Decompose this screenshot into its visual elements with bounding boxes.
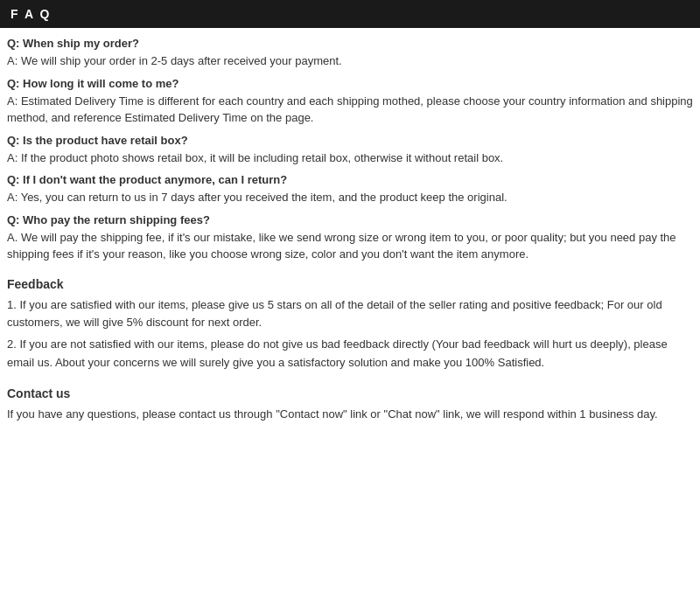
- question-5: Q: Who pay the return shipping fees?: [7, 213, 693, 226]
- faq-section: Q: When ship my order? A: We will ship y…: [7, 37, 693, 263]
- qa-item-2: Q: How long it will come to me? A: Estim…: [7, 77, 693, 127]
- answer-4: A: Yes, you can return to us in 7 days a…: [7, 189, 693, 206]
- contact-text: If you have any questions, please contac…: [7, 406, 693, 424]
- answer-3: A: If the product photo shows retail box…: [7, 150, 693, 167]
- contact-title: Contact us: [7, 386, 693, 400]
- qa-item-1: Q: When ship my order? A: We will ship y…: [7, 37, 693, 70]
- main-content: Q: When ship my order? A: We will ship y…: [0, 37, 700, 423]
- question-1: Q: When ship my order?: [7, 37, 693, 50]
- feedback-point-1: 1. If you are satisfied with our items, …: [7, 296, 693, 333]
- contact-section: Contact us If you have any questions, pl…: [7, 386, 693, 424]
- faq-title: F A Q: [10, 7, 51, 21]
- question-2: Q: How long it will come to me?: [7, 77, 693, 90]
- faq-header: F A Q: [0, 0, 700, 28]
- feedback-title: Feedback: [7, 277, 693, 291]
- qa-item-3: Q: Is the product have retail box? A: If…: [7, 134, 693, 167]
- question-4: Q: If I don't want the product anymore, …: [7, 173, 693, 186]
- qa-item-4: Q: If I don't want the product anymore, …: [7, 173, 693, 206]
- qa-item-5: Q: Who pay the return shipping fees? A. …: [7, 213, 693, 263]
- answer-2: A: Estimated Delivery Time is different …: [7, 93, 693, 127]
- answer-1: A: We will ship your order in 2-5 days a…: [7, 52, 693, 70]
- answer-5: A. We will pay the shipping fee, if it's…: [7, 229, 693, 263]
- feedback-section: Feedback 1. If you are satisfied with ou…: [7, 277, 693, 372]
- feedback-point-2: 2. If you are not satisfied with our ite…: [7, 336, 693, 372]
- question-3: Q: Is the product have retail box?: [7, 134, 693, 147]
